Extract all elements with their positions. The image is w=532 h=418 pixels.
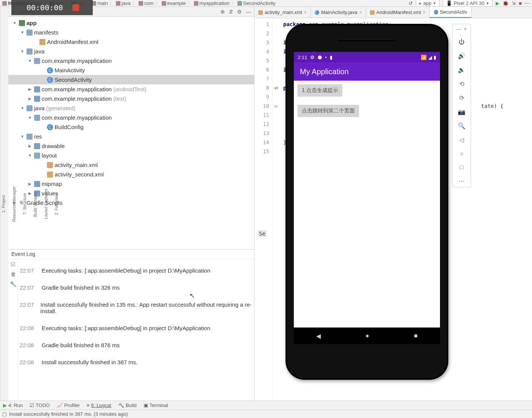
android-status-bar: 2:11 ⚙ ⬢ • ▮ 📶 ◢ ▮ (294, 52, 440, 62)
hide-icon[interactable]: — (246, 9, 251, 15)
tab-build[interactable]: 🔨Build (118, 402, 137, 408)
attach-icon[interactable]: ⇲ (512, 0, 516, 6)
rail-structure[interactable]: 7: Structure (22, 192, 28, 217)
settings-icon[interactable]: ⚙ (237, 9, 242, 15)
more-icon[interactable]: ⋯ (525, 0, 530, 6)
breadcrumb-item[interactable]: com (139, 0, 154, 6)
rail-project[interactable]: 1: Project (0, 194, 6, 214)
tree-drawable[interactable]: ▶drawable (8, 141, 254, 151)
breadcrumb-item[interactable]: example (162, 0, 186, 6)
emulator-window[interactable]: 2:11 ⚙ ⬢ • ▮ 📶 ◢ ▮ My App (286, 24, 471, 380)
tree-res[interactable]: ▼res (8, 132, 254, 141)
close-icon[interactable]: × (464, 27, 466, 32)
tab-terminal[interactable]: ▣Terminal (144, 402, 168, 408)
tree-layout[interactable]: ▼layout (8, 151, 254, 160)
tab-logcat[interactable]: ≡6: Logcat (87, 402, 111, 408)
close-icon[interactable]: × (423, 10, 426, 15)
folder-icon (27, 30, 33, 36)
status-bar: ▢ Install successfully finished in 387 m… (0, 410, 532, 418)
collapse-icon[interactable]: ⇵ (229, 9, 233, 15)
event-log-messages[interactable]: 22:07Executing tasks: [:app:assembleDebu… (18, 259, 254, 401)
home-icon[interactable]: ● (365, 332, 369, 339)
power-icon[interactable]: ⏻ (459, 39, 465, 45)
sync-icon[interactable]: ↺ (409, 0, 413, 6)
stop-icon[interactable]: ■ (519, 0, 522, 6)
camera-icon[interactable]: 📷 (458, 108, 465, 115)
tree-layout-main[interactable]: activity_main.xml (8, 160, 254, 170)
recents-icon[interactable]: ■ (414, 332, 418, 339)
editor-tab-activity-main[interactable]: activity_main.xml× (254, 7, 311, 18)
line-gutter: 123456789101112131415 (254, 18, 273, 401)
dot-icon: • (325, 55, 327, 60)
close-icon[interactable]: × (359, 10, 362, 15)
class-icon (237, 1, 242, 6)
tree-buildconfig[interactable]: BuildConfig (8, 122, 254, 132)
log-entry: 22:07Gradle build finished in 326 ms (20, 279, 253, 296)
phone-speaker (337, 40, 397, 42)
run-config-dropdown[interactable]: ▸app▼ (416, 0, 440, 7)
breadcrumb-item[interactable]: SecondActivity (237, 0, 275, 6)
rail-favorites[interactable]: 2: Favorites (53, 192, 59, 216)
editor-tab-androidmanifest[interactable]: AndroidManifest.xml× (366, 7, 430, 18)
tree-pkg-test[interactable]: ▶com.example.myapplication (test) (8, 94, 254, 103)
back-icon[interactable]: ◁ (459, 136, 464, 143)
volume-up-icon[interactable]: 🔊 (458, 52, 465, 59)
editor-tab-mainactivity[interactable]: MainActivity.java× (311, 7, 366, 18)
minimize-icon[interactable]: — (456, 27, 461, 32)
tree-pkg-androidtest[interactable]: ▶com.example.myapplication (androidTest) (8, 84, 254, 94)
tab-run[interactable]: ▶4: Run (3, 402, 23, 408)
status-icon[interactable]: ▢ (2, 411, 7, 417)
tree-manifests[interactable]: ▼manifests (8, 28, 254, 37)
device-dropdown[interactable]: 📱Pixel 2 API 30▼ (443, 0, 493, 7)
breadcrumb-item[interactable]: myapplication (194, 0, 230, 6)
breadcrumb-item[interactable]: main (92, 0, 108, 6)
back-icon[interactable]: ◀ (316, 332, 321, 340)
phone-screen[interactable]: 2:11 ⚙ ⬢ • ▮ 📶 ◢ ▮ My App (294, 52, 440, 344)
tab-todo[interactable]: ☑TODO (30, 402, 50, 408)
editor-tab-secondactivity[interactable]: SecondActiv (430, 7, 471, 18)
tab-profiler[interactable]: 📈Profiler (57, 402, 80, 408)
generate-hint-button[interactable]: 1.点击生成提示 (298, 84, 342, 97)
record-icon[interactable] (72, 4, 79, 11)
rotate-left-icon[interactable]: ⟲ (459, 80, 464, 87)
tree-app[interactable]: ▼app (8, 18, 254, 28)
tree-pkg[interactable]: ▼com.example.myapplication (8, 56, 254, 66)
rail-resource-manager[interactable]: Resource Manager (11, 185, 17, 223)
close-icon[interactable]: × (304, 10, 307, 15)
tree-pkg-gen[interactable]: ▼com.example.myapplication (8, 113, 254, 122)
tree-secondactivity[interactable]: SecondActivity (8, 75, 254, 84)
class-icon (315, 10, 319, 15)
editor-body[interactable]: 123456789101112131415 🏷 o↑ package packa… (254, 18, 532, 401)
emulator-toolbar: —× ⏻ 🔊 🔉 ⟲ ⟳ 📷 🔍 ◁ ○ □ ⋯ (452, 24, 471, 187)
goto-second-page-button[interactable]: 点击跳转到第二个页面 (298, 105, 359, 117)
tree-layout-second[interactable]: activity_second.xml (8, 170, 254, 179)
home-icon[interactable]: ○ (460, 150, 463, 157)
tree-java-gen[interactable]: ▼java (generated) (8, 103, 254, 113)
overview-icon[interactable]: □ (460, 164, 463, 171)
log-entry: 22:08Executing tasks: [:app:assembleDebu… (20, 320, 253, 337)
debug-icon[interactable]: 🐞 (502, 0, 509, 6)
more-icon[interactable]: ⋯ (459, 178, 465, 185)
override-icon[interactable]: o↑ (273, 101, 280, 111)
tree-java[interactable]: ▼java (8, 47, 254, 56)
checkbox-icon[interactable]: ☑ (11, 261, 16, 267)
rail-layout-captures[interactable]: Layout Captures (43, 187, 49, 221)
tree-manifest-file[interactable]: AndroidManifest.xml (8, 37, 254, 47)
breadcrumb-item[interactable]: java (116, 0, 131, 6)
tree-mainactivity[interactable]: MainActivity (8, 66, 254, 75)
class-icon (47, 124, 53, 130)
rotate-right-icon[interactable]: ⟳ (459, 94, 464, 101)
zoom-icon[interactable]: 🔍 (458, 122, 465, 129)
target-icon[interactable]: ⊕ (220, 9, 225, 15)
folder-icon (34, 143, 40, 149)
folder-icon (139, 1, 143, 6)
gutter-icon[interactable]: 🏷 (273, 83, 280, 92)
rail-build-variants[interactable]: Build Variants (32, 190, 38, 218)
xml-icon (39, 39, 45, 45)
run-icon[interactable]: ▶ (496, 0, 499, 6)
trash-icon[interactable]: 🗑 (11, 271, 16, 277)
volume-down-icon[interactable]: 🔉 (458, 66, 465, 73)
status-clock: 2:11 (298, 55, 307, 60)
wrench-icon[interactable]: 🔧 (10, 281, 16, 287)
folder-icon (162, 1, 166, 6)
